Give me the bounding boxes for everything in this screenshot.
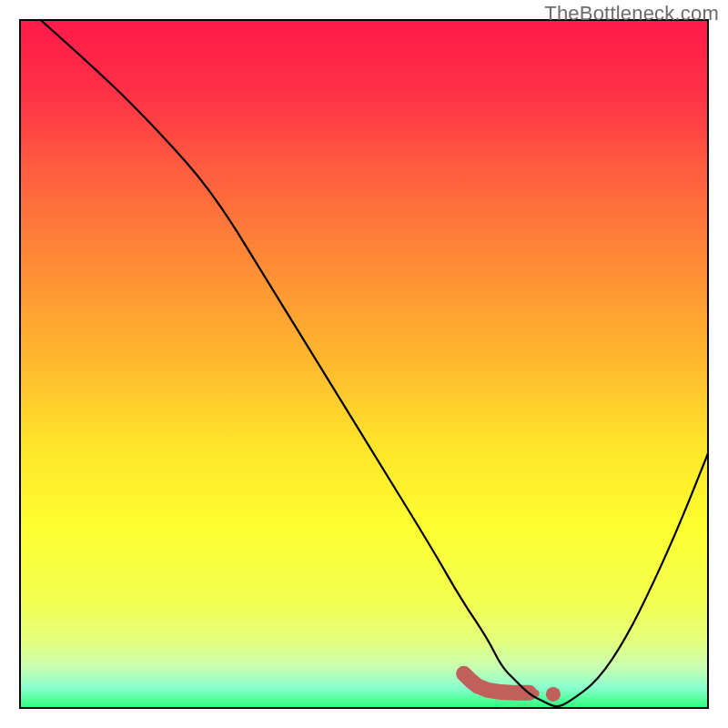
bottleneck-chart xyxy=(0,0,728,728)
svg-point-1 xyxy=(546,687,561,702)
chart-container: { "watermark": "TheBottleneck.com", "col… xyxy=(0,0,728,728)
gradient-background xyxy=(20,20,708,708)
watermark-text: TheBottleneck.com xyxy=(544,2,719,25)
